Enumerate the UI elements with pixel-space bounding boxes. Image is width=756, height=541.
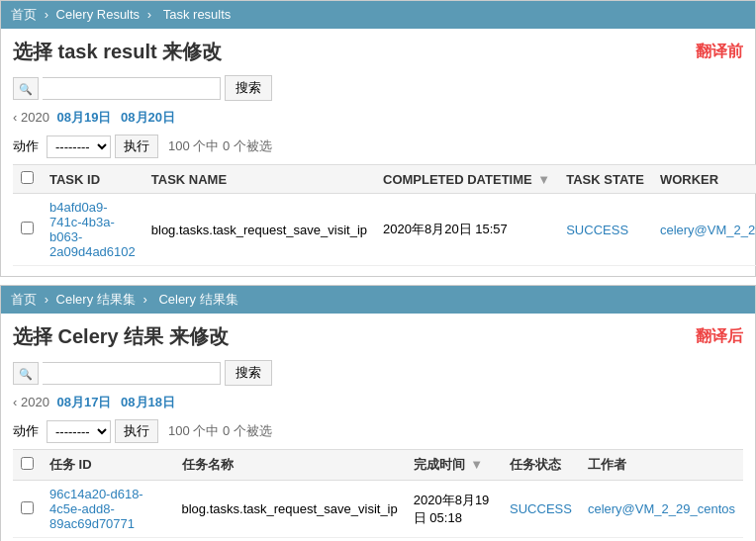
bottom-action-row: 动作 -------- 执行 100 个中 0 个被选 [13,419,743,443]
bottom-search-row: 搜索 [13,360,743,386]
row-checkbox-bottom [13,481,42,538]
bottom-breadcrumb: 首页 › Celery 结果集 › Celery 结果集 [1,286,755,314]
cell-worker-top: celery@VM_2_29_centos [652,194,756,266]
bottom-date-filter: ‹ 2020 08月17日 08月18日 [13,394,743,411]
top-panel: 首页 › Celery Results › Task results 选择 ta… [0,0,756,277]
bottom-page-title: 选择 Celery 结果 来修改 [13,323,229,350]
search-button-bottom[interactable]: 搜索 [225,360,272,386]
col-task-id-bottom: 任务 ID [42,450,174,481]
search-button-top[interactable]: 搜索 [225,75,272,101]
col-checkbox-bottom [13,450,42,481]
action-label-bottom: 动作 [13,422,39,440]
bottom-content: 选择 Celery 结果 来修改 翻译后 搜索 ‹ 2020 08月17日 08… [1,314,755,541]
breadcrumb-celery-bottom[interactable]: Celery 结果集 [56,292,136,307]
date-filter-prefix-bottom: ‹ 2020 [13,395,49,409]
col-completed-datetime-bottom[interactable]: 完成时间 ▼ [406,450,502,481]
top-search-row: 搜索 [13,75,743,101]
table-row: 96c14a20-d618-4c5e-add8-89ac69d70771 blo… [13,481,743,538]
breadcrumb-current-bottom: Celery 结果集 [158,292,237,307]
breadcrumb-sep2-bottom: › [142,292,146,307]
select-all-checkbox-top[interactable] [21,171,34,184]
col-task-state-bottom: 任务状态 [502,450,580,481]
cell-task-name-top: blog.tasks.task_request_save_visit_ip [143,194,375,266]
col-completed-datetime-top[interactable]: COMPLETED DATETIME ▼ [375,165,558,194]
top-translate-label: 翻译前 [696,42,743,62]
top-title-row: 选择 task result 来修改 翻译前 [13,39,743,65]
col-worker-top: WORKER [652,165,756,194]
sort-arrow-bottom: ▼ [470,457,483,472]
col-task-id-top: TASK ID [42,165,143,194]
breadcrumb-sep1-bottom: › [45,292,48,307]
top-table: TASK ID TASK NAME COMPLETED DATETIME ▼ T… [13,164,756,266]
cell-completed-datetime-bottom: 2020年8月19日 05:18 [406,481,502,538]
col-task-state-top: TASK STATE [558,165,652,194]
breadcrumb-current-top: Task results [163,7,232,22]
cell-task-id-bottom: 96c14a20-d618-4c5e-add8-89ac69d70771 [42,481,174,538]
cell-task-name-bottom: blog.tasks.task_request_save_visit_ip [174,481,406,538]
top-content: 选择 task result 来修改 翻译前 搜索 ‹ 2020 08月19日 … [1,29,755,276]
cell-worker-bottom: celery@VM_2_29_centos [580,481,743,538]
selection-info-top: 100 个中 0 个被选 [168,137,272,155]
breadcrumb-celery-top[interactable]: Celery Results [56,7,141,22]
row-checkbox-top [13,194,42,266]
bottom-table: 任务 ID 任务名称 完成时间 ▼ 任务状态 工作者 96c14a2 [13,449,743,538]
execute-button-bottom[interactable]: 执行 [115,419,158,443]
col-worker-bottom: 工作者 [580,450,743,481]
action-select-bottom[interactable]: -------- [47,420,111,443]
col-checkbox-top [13,165,42,194]
date-link1-top[interactable]: 08月19日 [57,110,112,125]
action-select-top[interactable]: -------- [47,135,111,158]
bottom-title-row: 选择 Celery 结果 来修改 翻译后 [13,323,743,350]
top-date-filter: ‹ 2020 08月19日 08月20日 [13,109,743,127]
action-label-top: 动作 [13,137,39,155]
search-icon-bottom [19,366,33,381]
top-table-header-row: TASK ID TASK NAME COMPLETED DATETIME ▼ T… [13,165,756,194]
top-breadcrumb: 首页 › Celery Results › Task results [1,1,755,29]
date-link2-bottom[interactable]: 08月18日 [121,395,175,409]
bottom-translate-label: 翻译后 [696,326,743,347]
task-id-link-bottom[interactable]: 96c14a20-d618-4c5e-add8-89ac69d70771 [49,487,143,531]
col-task-name-top: TASK NAME [143,165,375,194]
breadcrumb-sep1-top: › [45,7,48,22]
task-id-link-top[interactable]: b4afd0a9-741c-4b3a-b063-2a09d4ad6102 [49,200,136,259]
bottom-table-header-row: 任务 ID 任务名称 完成时间 ▼ 任务状态 工作者 [13,450,743,481]
date-filter-prefix-top: ‹ 2020 [13,110,49,125]
cell-task-state-bottom: SUCCESS [502,481,580,538]
col-task-name-bottom: 任务名称 [174,450,406,481]
row-select-checkbox-bottom[interactable] [21,501,34,514]
top-page-title: 选择 task result 来修改 [13,39,222,65]
date-link1-bottom[interactable]: 08月17日 [57,395,112,409]
search-icon-top [19,81,33,96]
search-input-bottom[interactable] [43,362,221,385]
panel-divider [0,277,756,285]
search-input-top[interactable] [43,77,221,100]
cell-task-state-top: SUCCESS [558,194,652,266]
breadcrumb-home-bottom[interactable]: 首页 [11,292,37,307]
cell-task-id-top: b4afd0a9-741c-4b3a-b063-2a09d4ad6102 [42,194,143,266]
search-icon-wrap-top [13,77,39,100]
date-link2-top[interactable]: 08月20日 [121,110,175,125]
search-icon-wrap-bottom [13,362,39,385]
selection-info-bottom: 100 个中 0 个被选 [168,422,272,440]
breadcrumb-home-top[interactable]: 首页 [11,7,37,22]
cell-completed-datetime-top: 2020年8月20日 15:57 [375,194,558,266]
bottom-panel: 首页 › Celery 结果集 › Celery 结果集 选择 Celery 结… [0,285,756,541]
top-action-row: 动作 -------- 执行 100 个中 0 个被选 [13,135,743,158]
execute-button-top[interactable]: 执行 [115,135,158,158]
select-all-checkbox-bottom[interactable] [21,457,34,470]
row-select-checkbox-top[interactable] [21,222,34,234]
table-row: b4afd0a9-741c-4b3a-b063-2a09d4ad6102 blo… [13,194,756,266]
sort-arrow-top: ▼ [537,172,550,187]
breadcrumb-sep2-top: › [147,7,151,22]
